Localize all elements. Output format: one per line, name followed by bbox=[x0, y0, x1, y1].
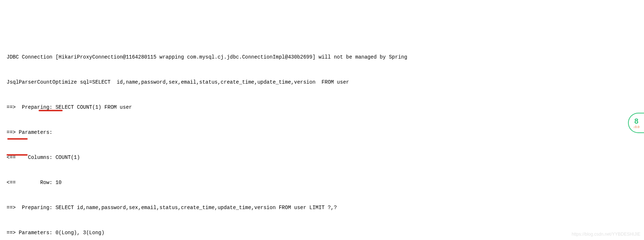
log-line: <== Row: 10 bbox=[7, 179, 637, 187]
console-output: JDBC Connection [HikariProxyConnection@1… bbox=[7, 36, 637, 240]
log-line: ==> Parameters: 0(Long), 3(Long) bbox=[7, 229, 637, 237]
score-delta: ↓0.0 bbox=[633, 125, 639, 129]
score-value: 8 bbox=[634, 117, 638, 125]
log-line: JDBC Connection [HikariProxyConnection@1… bbox=[7, 53, 637, 61]
log-line: ==> Parameters: bbox=[7, 128, 637, 137]
log-line: <== Columns: COUNT(1) bbox=[7, 153, 637, 162]
log-line: JsqlParserCountOptimize sql=SELECT id,na… bbox=[7, 78, 637, 87]
log-line: ==> Preparing: SELECT id,name,password,s… bbox=[7, 204, 637, 212]
watermark: https://blog.csdn.net/YYBDESHIJIE bbox=[572, 230, 640, 239]
log-line: ==> Preparing: SELECT COUNT(1) FROM user bbox=[7, 103, 637, 112]
